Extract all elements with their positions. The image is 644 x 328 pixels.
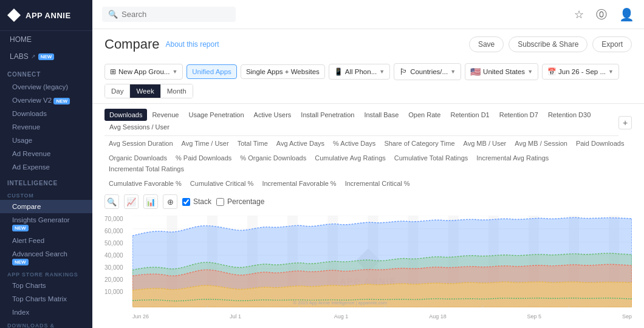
metrics-row-4: Cumulative Favorable % Cumulative Critic… — [104, 176, 632, 191]
metric-pct-paid-downloads[interactable]: % Paid Downloads — [171, 152, 236, 163]
metric-install-base[interactable]: Install Base — [359, 109, 403, 121]
sidebar: APP ANNIE HOME LABS ↗ NEW CONNECT Overvi… — [0, 0, 92, 328]
metric-pct-active-days[interactable]: % Active Days — [329, 138, 380, 149]
sidebar-item-home[interactable]: HOME — [0, 31, 92, 48]
metric-paid-downloads[interactable]: Paid Downloads — [572, 138, 629, 149]
metric-cumulative-favorable[interactable]: Cumulative Favorable % — [104, 178, 186, 189]
metric-incremental-critical[interactable]: Incremental Critical % — [341, 178, 414, 189]
add-metric-btn[interactable]: + — [618, 116, 632, 129]
about-link[interactable]: About this report — [165, 40, 219, 49]
line-chart-btn[interactable]: 📈 — [124, 194, 139, 209]
country-label: United States — [483, 68, 525, 75]
countries-filter[interactable]: 🏳 Countries/... ▼ — [394, 63, 461, 80]
metric-cumulative-total-ratings[interactable]: Cumulative Total Ratings — [390, 152, 472, 163]
stack-checkbox[interactable] — [182, 198, 190, 206]
date-range-filter[interactable]: 📅 Jun 26 - Sep ... ▼ — [542, 64, 619, 80]
y-label-30k: 30,000 — [104, 264, 123, 271]
sidebar-item-compare[interactable]: Compare — [0, 200, 92, 213]
metric-active-users[interactable]: Active Users — [249, 109, 296, 121]
metrics-row-3: Organic Downloads % Paid Downloads % Org… — [104, 151, 632, 176]
diamond-icon — [7, 9, 21, 22]
intelligence-section-label: INTELLIGENCE — [0, 174, 92, 189]
x-label-sep: Sep — [622, 313, 632, 319]
page-header: Compare About this report Save Subscribe… — [92, 29, 644, 58]
metric-usage-penetration[interactable]: Usage Penetration — [183, 109, 248, 121]
zoom-btn[interactable]: 🔍 — [104, 194, 119, 209]
help-icon[interactable]: ⓪ — [596, 7, 607, 22]
metric-total-time[interactable]: Total Time — [233, 138, 272, 149]
user-icon[interactable]: 👤 — [619, 7, 634, 22]
metric-downloads[interactable]: Downloads — [104, 109, 147, 121]
copyright-text: © 2019 App Annie Intelligence | appannie… — [293, 300, 387, 306]
week-btn[interactable]: Week — [130, 84, 160, 98]
save-button[interactable]: Save — [469, 36, 504, 52]
metric-open-rate[interactable]: Open Rate — [403, 109, 445, 121]
star-icon[interactable]: ☆ — [574, 8, 584, 21]
metric-organic-downloads[interactable]: Organic Downloads — [104, 152, 171, 163]
sidebar-item-overview-v2[interactable]: Overview V2 NEW — [0, 94, 92, 107]
metric-cumulative-critical[interactable]: Cumulative Critical % — [186, 178, 258, 189]
sidebar-item-insights-generator[interactable]: Insights Generator NEW — [0, 213, 92, 234]
day-btn[interactable]: Day — [105, 84, 130, 98]
stack-label[interactable]: Stack — [193, 197, 211, 206]
sidebar-item-downloads[interactable]: Downloads — [0, 107, 92, 120]
sidebar-item-usage[interactable]: Usage — [0, 134, 92, 147]
search-box[interactable]: 🔍 — [102, 7, 236, 22]
x-label-jun26: Jun 26 — [132, 313, 149, 319]
metric-incremental-avg-ratings[interactable]: Incremental Avg Ratings — [472, 152, 553, 163]
single-apps-filter[interactable]: Single Apps + Websites — [241, 64, 325, 79]
sidebar-item-index[interactable]: Index — [0, 306, 92, 319]
metric-install-penetration[interactable]: Install Penetration — [296, 109, 359, 121]
export-button[interactable]: Export — [592, 36, 632, 52]
sidebar-item-ad-revenue[interactable]: Ad Revenue — [0, 147, 92, 160]
metric-avg-active-days[interactable]: Avg Active Days — [272, 138, 329, 149]
phone-filter[interactable]: 📱 All Phon... ▼ — [329, 64, 390, 80]
sidebar-item-labs[interactable]: LABS ↗ NEW — [0, 48, 92, 65]
caret-icon-5: ▼ — [608, 69, 614, 75]
caret-icon-2: ▼ — [379, 69, 385, 75]
y-label-70k: 70,000 — [104, 216, 123, 222]
country-filter[interactable]: 🇺🇸 United States ▼ — [465, 63, 538, 80]
new-app-group-filter[interactable]: ⊞ New App Grou... ▼ — [104, 64, 183, 80]
y-label-40k: 40,000 — [104, 252, 123, 259]
sidebar-item-top-charts-matrix[interactable]: Top Charts Matrix — [0, 292, 92, 306]
metric-avg-time-user[interactable]: Avg Time / User — [177, 138, 233, 149]
metric-retention-d1[interactable]: Retention D1 — [445, 109, 494, 121]
sidebar-item-alert-feed[interactable]: Alert Feed — [0, 234, 92, 247]
metric-avg-mb-session[interactable]: Avg MB / Session — [510, 138, 572, 149]
metrics-bar: Downloads Revenue Usage Penetration Acti… — [92, 104, 644, 191]
single-apps-label: Single Apps + Websites — [246, 68, 320, 75]
metric-avg-sessions-user[interactable]: Avg Sessions / User — [104, 121, 174, 133]
sidebar-item-advanced-search[interactable]: Advanced Search NEW — [0, 247, 92, 268]
custom-subsection-label: CUSTOM — [0, 189, 92, 200]
metric-retention-d7[interactable]: Retention D7 — [495, 109, 543, 121]
metric-cumulative-avg-ratings[interactable]: Cumulative Avg Ratings — [310, 152, 390, 163]
unified-apps-filter[interactable]: Unified Apps — [187, 64, 237, 79]
percentage-checkbox[interactable] — [216, 198, 224, 206]
metric-incremental-total-ratings[interactable]: Incremental Total Ratings — [104, 163, 188, 174]
metric-pct-organic-downloads[interactable]: % Organic Downloads — [236, 152, 310, 163]
metric-avg-session-duration[interactable]: Avg Session Duration — [104, 138, 177, 149]
overview-v2-badge: NEW — [53, 98, 70, 104]
sidebar-item-top-charts[interactable]: Top Charts — [0, 279, 92, 292]
metric-avg-mb-user[interactable]: Avg MB / User — [459, 138, 511, 149]
metric-retention-d30[interactable]: Retention D30 — [543, 109, 595, 121]
percentage-label[interactable]: Percentage — [227, 197, 264, 206]
metric-revenue[interactable]: Revenue — [147, 109, 183, 121]
subscribe-share-button[interactable]: Subscribe & Share — [509, 36, 587, 52]
sidebar-item-overview-legacy[interactable]: Overview (legacy) — [0, 80, 92, 94]
countries-label: Countries/... — [410, 68, 448, 75]
metric-incremental-favorable[interactable]: Incremental Favorable % — [258, 178, 340, 189]
main-content: 🔍 ☆ ⓪ 👤 Compare About this report Save S… — [92, 0, 644, 328]
add-data-btn[interactable]: ⊕ — [163, 194, 177, 209]
sidebar-item-revenue[interactable]: Revenue — [0, 120, 92, 134]
x-label-sep5: Sep 5 — [527, 313, 542, 319]
page-title: Compare — [104, 36, 159, 52]
bar-chart-btn[interactable]: 📊 — [143, 194, 158, 209]
caret-icon: ▼ — [172, 69, 177, 75]
search-input[interactable] — [122, 10, 219, 19]
month-btn[interactable]: Month — [161, 84, 193, 98]
sidebar-item-ad-expense[interactable]: Ad Expense — [0, 160, 92, 174]
metric-share-category-time[interactable]: Share of Category Time — [380, 138, 459, 149]
phone-icon: 📱 — [334, 67, 343, 76]
